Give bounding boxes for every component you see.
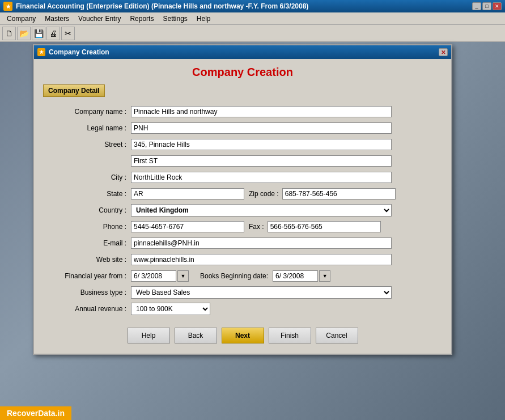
legal-name-label: Legal name :	[43, 124, 131, 132]
email-input[interactable]	[131, 237, 392, 249]
finish-button[interactable]: Finish	[269, 328, 311, 343]
fin-year-date-field: ▼	[131, 270, 189, 282]
email-label: E-mail :	[43, 239, 131, 247]
books-begin-input[interactable]	[273, 270, 318, 282]
state-input[interactable]	[131, 188, 244, 200]
app-icon: ★	[3, 2, 12, 11]
business-type-label: Business type :	[43, 289, 131, 296]
business-type-row: Business type : Web Based Sales Retail M…	[43, 286, 442, 299]
books-begin-date-field: ▼	[273, 270, 330, 282]
dialog-title-bar: ★ Company Creation ✕	[34, 45, 451, 59]
maximize-button[interactable]: □	[482, 2, 491, 10]
menu-voucher-entry[interactable]: Voucher Entry	[74, 14, 125, 24]
menu-company[interactable]: Company	[2, 14, 40, 24]
fin-year-input[interactable]	[131, 270, 176, 282]
website-input[interactable]	[131, 254, 392, 265]
menu-masters[interactable]: Masters	[40, 14, 74, 24]
fin-year-calendar-button[interactable]: ▼	[177, 270, 189, 282]
close-window-button[interactable]: ✕	[493, 2, 502, 10]
company-name-input[interactable]	[131, 106, 392, 117]
phone-fax-row: Phone : Fax :	[43, 220, 442, 234]
annual-revenue-select[interactable]: 100 to 900K 900K to 5M 5M to 50M 50M+	[131, 303, 210, 315]
dialog-content: Company Creation Company Detail Company …	[34, 59, 451, 354]
company-name-row: Company name :	[43, 105, 442, 118]
legal-name-input[interactable]	[131, 122, 392, 134]
fax-input[interactable]	[268, 221, 381, 232]
form-body: Company name : Legal name : Street : Cit…	[43, 103, 442, 321]
title-bar-controls: _ □ ✕	[472, 2, 502, 10]
dialog-close-button[interactable]: ✕	[439, 48, 448, 56]
toolbar-print-btn[interactable]: 🖨	[46, 27, 60, 40]
fax-label: Fax :	[249, 223, 264, 231]
toolbar-new-btn[interactable]: 🗋	[2, 27, 16, 40]
annual-revenue-label: Annual revenue :	[43, 305, 131, 313]
form-title: Company Creation	[43, 66, 442, 79]
phone-input[interactable]	[131, 221, 244, 232]
street-input1[interactable]	[131, 139, 392, 150]
zip-input[interactable]	[282, 188, 396, 200]
help-button[interactable]: Help	[128, 328, 170, 343]
website-label: Web site :	[43, 256, 131, 264]
fin-year-row: Financial year from : ▼ Books Beginning …	[43, 269, 442, 283]
country-row: Country : United Kingdom United States I…	[43, 203, 442, 217]
books-begin-label: Books Beginning date:	[200, 272, 268, 280]
toolbar-save-btn[interactable]: 💾	[32, 27, 45, 40]
business-type-select[interactable]: Web Based Sales Retail Manufacturing Ser…	[131, 286, 392, 299]
fin-year-label: Financial year from :	[43, 272, 131, 280]
section-header: Company Detail	[43, 84, 105, 97]
next-button[interactable]: Next	[222, 328, 264, 343]
city-label: City :	[43, 173, 131, 181]
dialog-icon: ★	[37, 48, 45, 56]
street-row2	[43, 154, 442, 168]
button-row: Help Back Next Finish Cancel	[43, 321, 442, 347]
zip-code-label: Zip code :	[249, 190, 279, 198]
back-button[interactable]: Back	[175, 328, 217, 343]
country-label: Country :	[43, 206, 131, 214]
menu-reports[interactable]: Reports	[125, 14, 158, 24]
dialog-title-left: ★ Company Creation	[37, 48, 109, 56]
toolbar-cut-btn[interactable]: ✂	[61, 27, 75, 40]
annual-revenue-row: Annual revenue : 100 to 900K 900K to 5M …	[43, 302, 442, 316]
street-row1: Street :	[43, 138, 442, 151]
title-bar: ★ Financial Accounting (Enterprise Editi…	[0, 0, 505, 12]
watermark: RecoverData.in	[0, 406, 71, 420]
website-row: Web site :	[43, 253, 442, 266]
phone-label: Phone :	[43, 223, 131, 231]
toolbar-open-btn[interactable]: 📂	[17, 27, 31, 40]
watermark-text: RecoverData.in	[7, 409, 65, 418]
company-creation-dialog: ★ Company Creation ✕ Company Creation Co…	[33, 44, 452, 355]
company-name-label: Company name :	[43, 108, 131, 116]
title-bar-left: ★ Financial Accounting (Enterprise Editi…	[3, 2, 308, 11]
menu-bar: Company Masters Voucher Entry Reports Se…	[0, 12, 505, 25]
state-label: State :	[43, 190, 131, 198]
menu-help[interactable]: Help	[192, 14, 215, 24]
minimize-button[interactable]: _	[472, 2, 481, 10]
street-label: Street :	[43, 141, 131, 149]
city-input[interactable]	[131, 172, 392, 183]
cancel-button[interactable]: Cancel	[316, 328, 358, 343]
legal-name-row: Legal name :	[43, 121, 442, 135]
street-input2[interactable]	[131, 155, 392, 167]
email-row: E-mail :	[43, 236, 442, 250]
dialog-title-text: Company Creation	[49, 48, 109, 56]
country-select[interactable]: United Kingdom United States India Austr…	[131, 204, 392, 217]
state-zip-row: State : Zip code :	[43, 187, 442, 201]
city-row: City :	[43, 171, 442, 184]
title-bar-text: Financial Accounting (Enterprise Edition…	[16, 2, 308, 10]
toolbar: 🗋 📂 💾 🖨 ✂	[0, 25, 505, 42]
menu-settings[interactable]: Settings	[158, 14, 192, 24]
books-begin-calendar-button[interactable]: ▼	[319, 270, 330, 282]
